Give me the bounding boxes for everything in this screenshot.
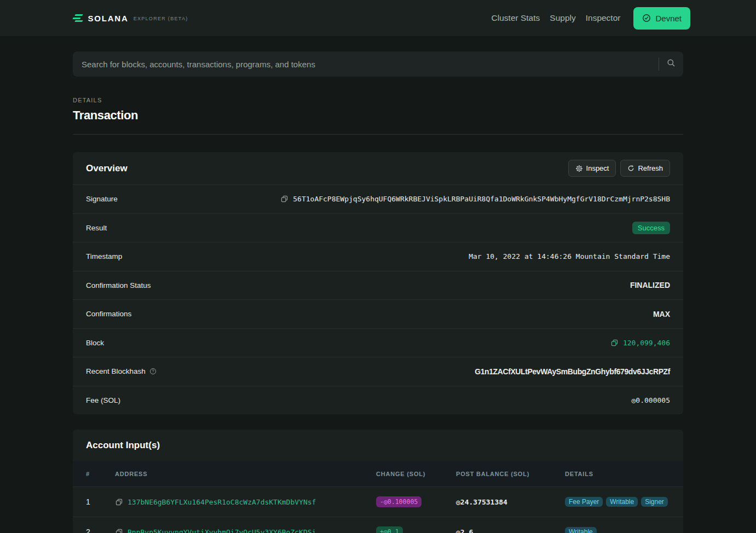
refresh-button[interactable]: Refresh: [620, 160, 670, 177]
account-inputs-card: Account Input(s) # ADDRESS CHANGE (SOL) …: [73, 430, 683, 533]
copy-icon[interactable]: [610, 339, 619, 347]
gear-icon: [575, 165, 583, 172]
question-circle-icon[interactable]: [149, 368, 157, 375]
post-balance: ◎24.37531384: [456, 498, 565, 506]
brand-subtitle: EXPLORER (BETA): [134, 16, 188, 21]
confirmation-status-row: Confirmation Status FINALIZED: [73, 271, 683, 300]
brand-name: SOLANA: [88, 14, 129, 23]
detail-badge: Writable: [606, 497, 638, 507]
result-row: Result Success: [73, 213, 683, 242]
post-balance: ◎2.6: [456, 528, 565, 533]
timestamp-value: Mar 10, 2022 at 14:46:26 Mountain Standa…: [469, 252, 670, 260]
inspect-button[interactable]: Inspect: [568, 160, 616, 177]
block-link[interactable]: 120,099,406: [623, 339, 670, 347]
recent-blockhash-value: G1n1ZACfXULtPevWAySmBubgZnGhybf679dv6JJc…: [475, 367, 670, 376]
copy-icon[interactable]: [115, 528, 123, 533]
search-divider: [659, 57, 659, 71]
timestamp-row: Timestamp Mar 10, 2022 at 14:46:26 Mount…: [73, 242, 683, 271]
confirmations-value: MAX: [653, 310, 670, 318]
copy-icon[interactable]: [115, 498, 123, 506]
detail-badge: Signer: [641, 497, 668, 507]
detail-badge: Fee Payer: [565, 497, 603, 507]
signature-row: Signature 56T1oAFcP8EWpjqSy6hqUFQ6WRkRBE…: [73, 184, 683, 213]
confirmations-row: Confirmations MAX: [73, 299, 683, 328]
change-badge: +◎0.1: [376, 526, 403, 533]
nav-link-supply[interactable]: Supply: [545, 13, 580, 23]
block-row: Block 120,099,406: [73, 328, 683, 357]
solana-logo-icon: [73, 14, 83, 21]
detail-badge: Writable: [565, 527, 597, 533]
cluster-devnet-button[interactable]: Devnet: [633, 7, 690, 30]
address-link[interactable]: BnnBvn5KuyvngYVutiXvyhmQi7yOcU5y3XY6BoZc…: [128, 528, 316, 533]
table-row: 1 137bNE6gB6YFLXu164PesR1oC8cWzA7dsKTKmD…: [73, 486, 683, 517]
overview-card: Overview Inspect Refresh Signature 56T1o…: [73, 152, 683, 414]
account-inputs-title: Account Input(s): [86, 440, 160, 451]
nav-link-cluster-stats[interactable]: Cluster Stats: [487, 13, 545, 23]
fee-row: Fee (SOL) ◎0.000005: [73, 386, 683, 415]
search-icon[interactable]: [667, 59, 676, 69]
detail-badges: Fee PayerWritableSigner: [565, 497, 670, 507]
recent-blockhash-row: Recent Blockhash G1n1ZACfXULtPevWAySmBub…: [73, 357, 683, 386]
result-badge: Success: [632, 222, 670, 234]
nav-link-inspector[interactable]: Inspector: [581, 13, 625, 23]
page-title: Transaction: [73, 108, 683, 123]
confirmation-status-value: FINALIZED: [630, 281, 670, 289]
details-eyebrow: DETAILS: [73, 97, 683, 103]
fee-value: ◎0.000005: [632, 396, 670, 404]
address-link[interactable]: 137bNE6gB6YFLXu164PesR1oC8cWzA7dsKTKmDbV…: [128, 498, 316, 506]
signature-value: 56T1oAFcP8EWpjqSy6hqUFQ6WRkRBEJViSpkLRBP…: [293, 195, 670, 203]
table-row: 2 BnnBvn5KuyvngYVutiXvyhmQi7yOcU5y3XY6Bo…: [73, 517, 683, 533]
table-header: # ADDRESS CHANGE (SOL) POST BALANCE (SOL…: [73, 461, 683, 486]
overview-title: Overview: [86, 163, 128, 174]
navbar: SOLANA EXPLORER (BETA) Cluster Stats Sup…: [0, 0, 756, 36]
detail-badges: Writable: [565, 527, 670, 533]
refresh-icon: [627, 165, 634, 172]
change-badge: -◎0.100005: [376, 496, 422, 507]
check-circle-icon: [642, 14, 651, 22]
search-bar[interactable]: [73, 51, 683, 77]
copy-icon[interactable]: [280, 195, 288, 203]
title-divider: [73, 134, 683, 135]
search-input[interactable]: [82, 60, 654, 69]
